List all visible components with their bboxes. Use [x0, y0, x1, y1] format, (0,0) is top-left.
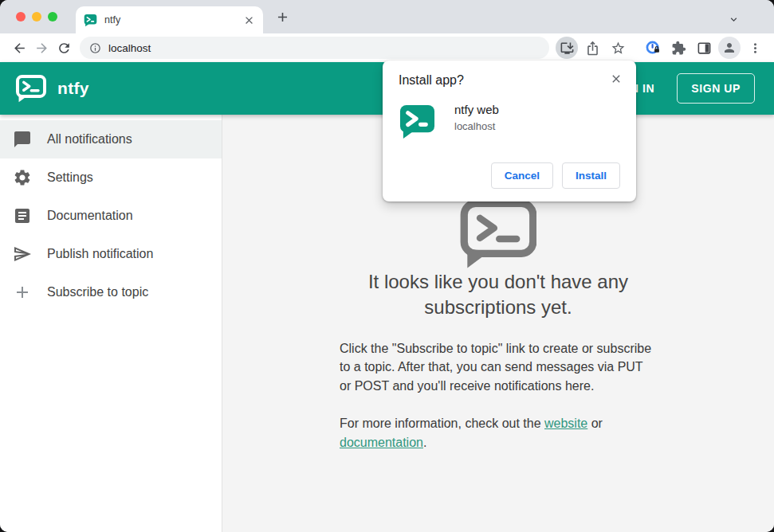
plus-icon	[13, 283, 32, 302]
ntfy-logo-icon	[14, 75, 48, 103]
browser-tab-ntfy[interactable]: ntfy	[76, 6, 263, 33]
documentation-link[interactable]: documentation	[340, 436, 423, 449]
empty-state-more: For more information, check out the webs…	[340, 414, 657, 452]
sidebar-item-label: Subscribe to topic	[47, 285, 148, 299]
more-info-text: or	[587, 417, 603, 430]
extensions-puzzle-icon[interactable]	[667, 37, 690, 59]
site-info-icon[interactable]	[89, 42, 101, 54]
ntfy-watermark-icon	[460, 199, 537, 258]
tab-close-icon[interactable]	[243, 14, 255, 26]
browser-window: ntfy localhost	[0, 0, 774, 532]
forward-icon[interactable]	[30, 37, 53, 59]
empty-state: It looks like you don't have any subscri…	[340, 199, 657, 452]
reload-icon[interactable]	[53, 37, 75, 59]
empty-state-headline: It looks like you don't have any subscri…	[340, 269, 657, 320]
profile-avatar-icon[interactable]	[718, 37, 741, 59]
more-info-text: .	[423, 436, 426, 449]
password-manager-icon[interactable]	[642, 37, 664, 59]
browser-toolbar: localhost	[0, 33, 774, 62]
dialog-app-name: ntfy web	[454, 103, 499, 116]
chat-icon	[13, 130, 32, 149]
empty-state-body: Click the "Subscribe to topic" link to c…	[340, 339, 657, 396]
dialog-app-row: ntfy web localhost	[399, 103, 620, 140]
dialog-app-origin: localhost	[454, 120, 499, 132]
ntfy-app-icon	[399, 103, 436, 140]
sidebar-item-documentation[interactable]: Documentation	[0, 197, 222, 235]
dialog-title: Install app?	[399, 73, 620, 88]
install-app-dialog: Install app? ntfy web localhost Cancel I…	[383, 61, 636, 201]
more-info-text: For more information, check out the	[340, 417, 544, 430]
close-window-button[interactable]	[16, 12, 26, 22]
sidebar-item-label: Documentation	[47, 209, 133, 223]
sidebar-item-label: Settings	[47, 170, 93, 185]
minimize-window-button[interactable]	[32, 12, 41, 22]
bookmark-star-icon[interactable]	[607, 37, 629, 59]
sidebar-item-label: All notifications	[47, 132, 132, 147]
menu-dots-icon[interactable]	[744, 37, 766, 59]
maximize-window-button[interactable]	[48, 12, 57, 22]
sidebar-item-publish-notification[interactable]: Publish notification	[0, 235, 222, 273]
new-tab-button[interactable]	[275, 10, 290, 25]
sidebar-item-settings[interactable]: Settings	[0, 158, 222, 197]
ntfy-favicon-icon	[84, 14, 97, 27]
sign-up-button[interactable]: SIGN UP	[677, 73, 755, 104]
tab-strip: ntfy	[0, 0, 774, 33]
gear-icon	[13, 168, 32, 187]
dialog-actions: Cancel Install	[399, 162, 620, 189]
article-icon	[13, 206, 32, 225]
tab-title: ntfy	[104, 14, 243, 25]
sidebar-item-all-notifications[interactable]: All notifications	[0, 120, 222, 158]
cancel-button[interactable]: Cancel	[491, 162, 553, 189]
dialog-close-icon[interactable]	[607, 70, 625, 88]
address-text: localhost	[108, 42, 151, 54]
side-panel-icon[interactable]	[693, 37, 715, 59]
sidebar-item-subscribe-to-topic[interactable]: Subscribe to topic	[0, 273, 222, 311]
tab-search-chevron-icon[interactable]	[728, 14, 740, 25]
sidebar: All notifications Settings Documentation…	[0, 115, 222, 532]
dialog-app-info: ntfy web localhost	[454, 103, 499, 132]
install-app-icon[interactable]	[556, 37, 578, 59]
share-icon[interactable]	[581, 37, 603, 59]
back-icon[interactable]	[8, 37, 30, 59]
install-button[interactable]: Install	[562, 162, 620, 189]
send-icon	[13, 244, 32, 264]
window-controls	[16, 12, 57, 22]
toolbar-actions	[556, 37, 766, 59]
website-link[interactable]: website	[544, 417, 587, 430]
address-bar[interactable]: localhost	[80, 37, 549, 59]
app-title: ntfy	[57, 79, 89, 98]
sidebar-item-label: Publish notification	[47, 247, 153, 261]
